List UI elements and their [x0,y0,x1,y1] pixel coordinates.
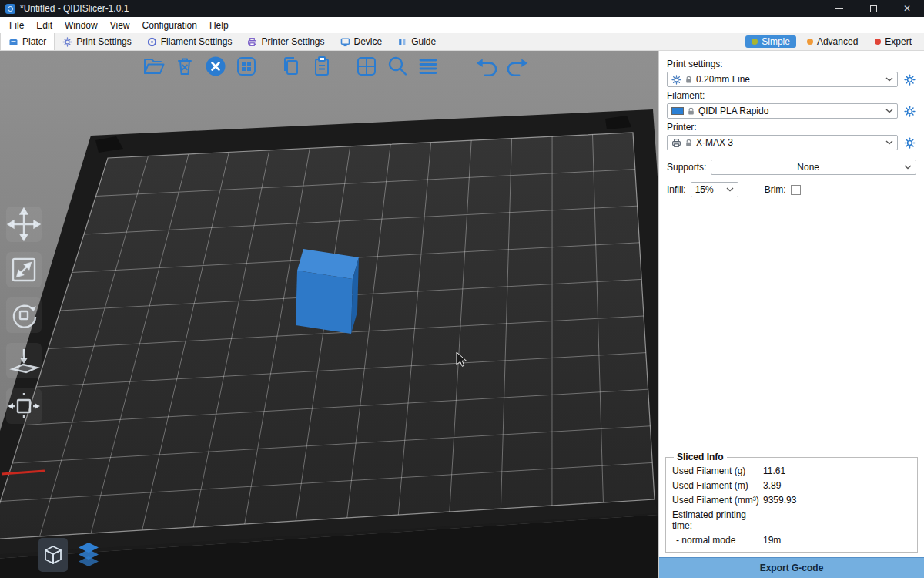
mirror-icon [6,388,42,424]
printer-combo[interactable]: X-MAX 3 [667,135,898,150]
tab-label: Device [354,36,383,47]
mode-label: Advanced [817,36,858,47]
tab-device[interactable]: Device [333,33,390,50]
view-mode-buttons [38,538,103,572]
tab-filament-settings[interactable]: Filament Settings [139,33,240,50]
infill-label: Infill: [667,184,686,195]
plater-toolbar [141,53,531,79]
filament-icon [147,37,157,47]
preview-layers-icon [75,539,102,570]
undo-button[interactable] [474,53,500,79]
maximize-icon [870,5,877,12]
menu-window[interactable]: Window [59,18,104,32]
redo-button[interactable] [504,53,531,79]
preview-view-button[interactable] [74,538,103,572]
paste-icon [310,54,334,79]
title-bar: *Untitled - QIDISlicer-1.0.1 ✕ [0,0,924,17]
close-button[interactable]: ✕ [890,0,924,17]
layer-height-icon [416,54,440,79]
print-settings-gear-button[interactable] [902,72,916,86]
mode-expert[interactable]: Expert [869,35,918,48]
gear-icon [904,74,916,86]
printer-gear-button[interactable] [902,136,916,150]
close-icon: ✕ [903,4,911,13]
place-on-face-tool-button[interactable] [6,343,42,378]
mode-label: Simple [762,36,790,47]
move-icon [6,207,42,242]
brim-checkbox[interactable] [791,185,801,195]
export-gcode-button[interactable]: Export G-code [659,557,924,578]
mode-selector: Simple Advanced Expert [745,35,924,48]
tab-print-settings[interactable]: Print Settings [55,33,139,50]
infill-combo[interactable]: 15% [691,182,738,197]
print-settings-value: 0.20mm Fine [696,74,882,85]
sliced-info-row: Used Filament (m) 3.89 [672,478,911,492]
delete-all-button[interactable] [203,53,229,79]
minimize-button[interactable] [822,0,856,17]
model-cube[interactable] [296,249,359,334]
tab-label: Print Settings [76,36,131,47]
mode-simple[interactable]: Simple [745,35,796,48]
open-project-button[interactable] [141,53,167,79]
minimize-icon [835,8,843,9]
filament-value: QIDI PLA Rapido [698,106,882,116]
place-on-face-icon [6,343,42,378]
rotate-icon [6,297,42,333]
filament-gear-button[interactable] [902,104,916,118]
split-objects-button[interactable] [353,53,380,79]
arrange-icon [234,54,259,79]
filament-color-swatch [671,107,684,115]
tab-label: Guide [411,36,436,47]
expert-mode-dot-icon [875,39,881,45]
menu-help[interactable]: Help [203,18,235,32]
qidislicer-window: *Untitled - QIDISlicer-1.0.1 ✕ File Edit… [0,0,924,578]
open-folder-icon [142,54,166,79]
menu-file[interactable]: File [3,18,30,32]
gear-icon [671,75,681,85]
filament-combo[interactable]: QIDI PLA Rapido [667,103,898,119]
mirror-tool-button[interactable] [6,388,42,424]
print-bed[interactable] [0,133,654,539]
delete-button[interactable] [172,53,198,79]
editor-view-button[interactable] [38,538,68,572]
menu-configuration[interactable]: Configuration [136,18,203,32]
gear-icon [904,106,916,117]
scale-tool-button[interactable] [6,252,42,287]
paste-button[interactable] [309,53,335,79]
maximize-button[interactable] [856,0,890,17]
sliced-info-panel: Sliced Info Used Filament (g) 11.61 Used… [665,452,918,553]
viewport-3d[interactable] [0,51,658,578]
arrange-button[interactable] [233,53,259,79]
plater-icon [8,37,18,47]
variable-layer-height-button[interactable] [415,53,441,79]
menu-bar: File Edit Window View Configuration Help [0,17,924,33]
guide-icon [397,37,407,47]
sliced-info-row: Estimated printing time: [672,507,911,533]
supports-value: None [715,162,901,173]
chevron-down-icon [726,187,734,192]
supports-label: Supports: [667,162,706,173]
lock-icon [687,107,695,116]
menu-view[interactable]: View [104,18,136,32]
chevron-down-icon [886,77,893,82]
chevron-down-icon [886,140,893,145]
tab-guide[interactable]: Guide [390,33,444,50]
sliced-info-title: Sliced Info [674,452,727,462]
menu-edit[interactable]: Edit [30,18,59,32]
copy-button[interactable] [278,53,304,79]
print-settings-combo[interactable]: 0.20mm Fine [667,72,898,87]
supports-combo[interactable]: None [711,160,916,175]
mode-label: Expert [885,36,912,47]
mode-advanced[interactable]: Advanced [801,35,864,48]
scene-3d[interactable] [0,51,658,578]
lock-icon [685,139,693,147]
rotate-tool-button[interactable] [6,297,42,333]
brim-label: Brim: [765,184,786,195]
move-tool-button[interactable] [6,207,42,242]
tab-plater[interactable]: Plater [0,33,55,50]
filament-label: Filament: [667,90,916,101]
printer-icon [247,37,257,47]
search-button[interactable] [384,53,410,79]
tab-printer-settings[interactable]: Printer Settings [239,33,332,50]
app-logo-icon [5,4,15,14]
